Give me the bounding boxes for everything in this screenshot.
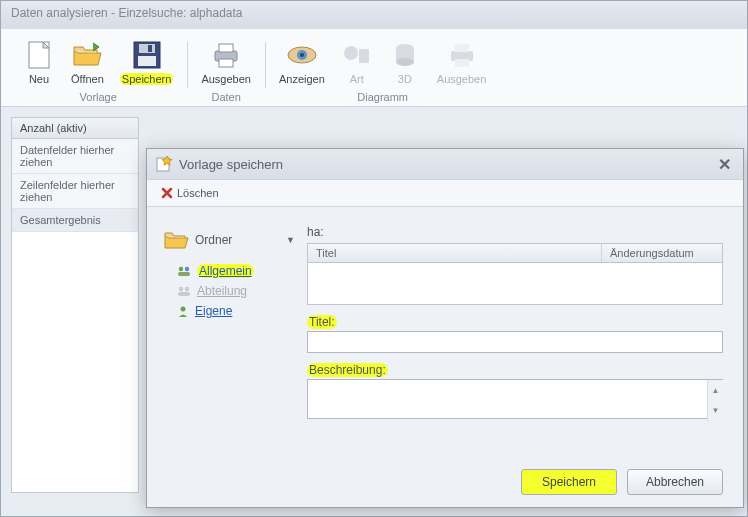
description-input[interactable] xyxy=(307,379,723,419)
person-icon xyxy=(177,305,189,317)
svg-rect-17 xyxy=(455,44,469,52)
folder-allgemein[interactable]: Allgemein xyxy=(159,261,299,281)
dialog-title-bar[interactable]: Vorlage speichern ✕ xyxy=(147,149,743,179)
ribbon-group-label: Diagramm xyxy=(357,87,408,106)
svg-rect-2 xyxy=(139,44,155,53)
templates-grid[interactable]: Titel Änderungsdatum xyxy=(307,243,723,305)
people-icon xyxy=(177,265,191,277)
folder-column: Ordner ▼ Allgemein Abteilung Eigene xyxy=(159,225,299,453)
save-template-dialog: Vorlage speichern ✕ Löschen Ordner ▼ All… xyxy=(146,148,744,508)
cylinder-icon xyxy=(389,39,421,71)
svg-rect-25 xyxy=(178,292,190,296)
pivot-sidebar: Anzahl (aktiv) Datenfelder hierher ziehe… xyxy=(11,117,139,493)
svg-rect-6 xyxy=(219,44,233,52)
svg-rect-12 xyxy=(359,49,369,63)
svg-point-10 xyxy=(300,53,304,57)
title-label: Titel: xyxy=(307,315,723,329)
folder-icon xyxy=(163,229,189,251)
svg-point-15 xyxy=(396,58,414,66)
delete-button[interactable]: Löschen xyxy=(155,185,225,201)
chevron-down-icon: ▼ xyxy=(286,235,295,245)
folder-eigene[interactable]: Eigene xyxy=(159,301,299,321)
template-star-icon xyxy=(155,155,173,173)
data-fields-dropzone[interactable]: Datenfelder hierher ziehen xyxy=(12,139,138,174)
dialog-footer: Speichern Abbrechen xyxy=(147,463,743,507)
dialog-toolbar: Löschen xyxy=(147,179,743,207)
save-button[interactable]: Speichern xyxy=(112,37,182,87)
chart-type-button[interactable]: Art xyxy=(333,37,381,87)
new-icon xyxy=(23,39,55,71)
folder-abteilung[interactable]: Abteilung xyxy=(159,281,299,301)
svg-point-24 xyxy=(185,287,189,291)
ribbon: Neu Öffnen Speichern Vorlage xyxy=(1,29,747,107)
svg-rect-4 xyxy=(138,56,156,66)
svg-point-20 xyxy=(179,267,183,271)
sidebar-body xyxy=(12,232,138,492)
total-row[interactable]: Gesamtergebnis xyxy=(12,209,138,232)
eye-icon xyxy=(286,39,318,71)
svg-point-26 xyxy=(181,307,186,312)
export-button[interactable]: Ausgeben xyxy=(193,37,259,87)
chart-3d-button[interactable]: 3D xyxy=(381,37,429,87)
description-label: Beschreibung: xyxy=(307,363,723,377)
dialog-body: Ordner ▼ Allgemein Abteilung Eigene ha: … xyxy=(147,207,743,463)
col-modified[interactable]: Änderungsdatum xyxy=(602,244,722,262)
sidebar-tab[interactable]: Anzahl (aktiv) xyxy=(12,118,138,139)
ha-label: ha: xyxy=(307,225,723,239)
window-title: Daten analysieren - Einzelsuche: alphada… xyxy=(11,6,242,20)
grid-header: Titel Änderungsdatum xyxy=(308,244,722,263)
ribbon-group-daten: Ausgeben Daten xyxy=(187,37,265,106)
main-column: ha: Titel Änderungsdatum Titel: Beschrei… xyxy=(307,225,723,453)
ribbon-group-label: Vorlage xyxy=(80,87,117,106)
folder-header[interactable]: Ordner ▼ xyxy=(159,225,299,261)
close-button[interactable]: ✕ xyxy=(714,155,735,174)
svg-point-21 xyxy=(185,267,189,271)
show-chart-button[interactable]: Anzeigen xyxy=(271,37,333,87)
svg-rect-3 xyxy=(148,45,152,52)
svg-rect-18 xyxy=(455,59,469,67)
window-title-bar: Daten analysieren - Einzelsuche: alphada… xyxy=(1,1,747,29)
chart-type-icon xyxy=(341,39,373,71)
folder-open-icon xyxy=(71,39,103,71)
people-icon xyxy=(177,285,191,297)
ribbon-group-diagramm: Anzeigen Art 3D xyxy=(265,37,500,106)
floppy-icon xyxy=(131,39,163,71)
row-fields-dropzone[interactable]: Zeilenfelder hierher ziehen xyxy=(12,174,138,209)
col-title[interactable]: Titel xyxy=(308,244,602,262)
ribbon-group-label: Daten xyxy=(211,87,240,106)
svg-rect-22 xyxy=(178,272,190,276)
dialog-save-button[interactable]: Speichern xyxy=(521,469,617,495)
title-input[interactable] xyxy=(307,331,723,353)
delete-icon xyxy=(161,187,173,199)
textarea-scroll[interactable]: ▲▼ xyxy=(707,380,723,421)
printer-icon xyxy=(210,39,242,71)
svg-point-11 xyxy=(344,46,358,60)
dialog-cancel-button[interactable]: Abbrechen xyxy=(627,469,723,495)
printer-icon xyxy=(446,39,478,71)
open-button[interactable]: Öffnen xyxy=(63,37,112,87)
new-button[interactable]: Neu xyxy=(15,37,63,87)
dialog-title: Vorlage speichern xyxy=(179,157,714,172)
chart-export-button[interactable]: Ausgeben xyxy=(429,37,495,87)
svg-point-23 xyxy=(179,287,183,291)
svg-rect-7 xyxy=(219,59,233,67)
ribbon-group-vorlage: Neu Öffnen Speichern Vorlage xyxy=(9,37,187,106)
